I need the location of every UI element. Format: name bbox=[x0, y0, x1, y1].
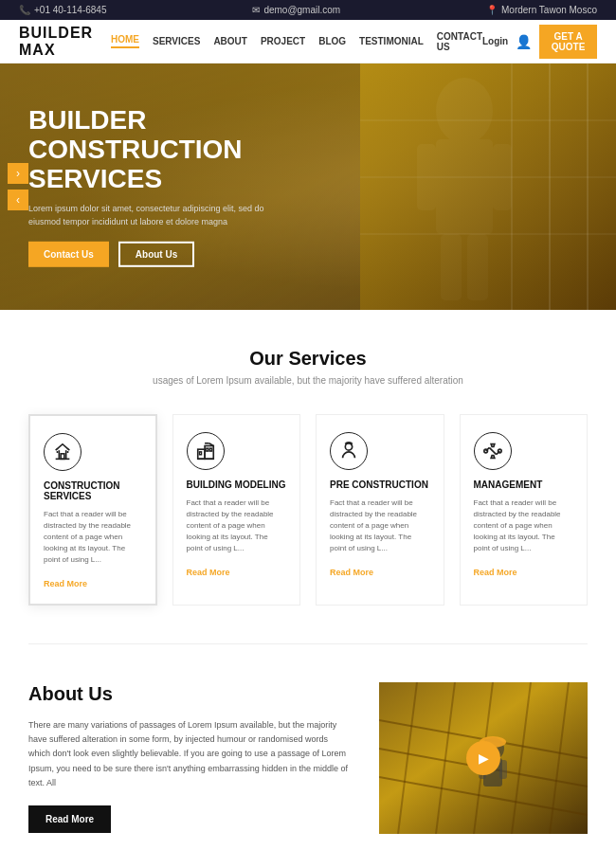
read-more-2[interactable]: Read More bbox=[187, 568, 230, 577]
site-logo: BUILDER MAX bbox=[19, 25, 111, 59]
nav-right: Login 👤 GET A QUOTE bbox=[482, 25, 597, 59]
hero-description: Lorem ipsum dolor sit amet, consectetur … bbox=[28, 203, 275, 228]
about-right: ▶ bbox=[379, 682, 588, 834]
service-title-2: BUILDING MODELING bbox=[187, 479, 287, 490]
top-bar: 📞 +01 40-114-6845 ✉ demo@gmail.com 📍 Mor… bbox=[0, 0, 616, 20]
about-image: ▶ bbox=[379, 682, 588, 834]
service-card-building: BUILDING MODELING Fact that a reader wil… bbox=[172, 414, 301, 606]
nav-services[interactable]: SERVICES bbox=[153, 36, 200, 46]
nav-links: HOME SERVICES ABOUT PROJECT BLOG TESTIMO… bbox=[111, 31, 482, 52]
services-grid: CONSTRUCTION SERVICES Fact that a reader… bbox=[28, 414, 588, 606]
svg-line-32 bbox=[489, 447, 496, 454]
user-icon: 👤 bbox=[516, 34, 532, 49]
hero-arrows: › ‹ bbox=[8, 163, 28, 210]
person-bg-svg bbox=[360, 63, 616, 310]
services-subtitle: usages of Lorem Ipsum available, but the… bbox=[28, 375, 588, 386]
play-button[interactable]: ▶ bbox=[466, 741, 500, 775]
nav-contact[interactable]: CONTACT US bbox=[437, 31, 482, 52]
location-text: Mordern Tawon Mosco bbox=[501, 5, 597, 15]
svg-rect-17 bbox=[61, 454, 64, 460]
construction-icon bbox=[44, 433, 82, 471]
nav-testimonial[interactable]: TESTIMONIAL bbox=[359, 36, 424, 46]
read-more-3[interactable]: Read More bbox=[330, 568, 373, 577]
service-desc-1: Fact that a reader will be distracted by… bbox=[44, 509, 142, 566]
svg-rect-48 bbox=[499, 760, 507, 779]
service-card-preconstruction: PRE CONSTRUCTION Fact that a reader will… bbox=[316, 414, 444, 606]
about-description: There are many variations of passages of… bbox=[28, 718, 351, 790]
login-link[interactable]: Login bbox=[482, 36, 508, 46]
read-more-4[interactable]: Read More bbox=[474, 568, 517, 577]
email-address: demo@gmail.com bbox=[263, 5, 340, 15]
management-icon bbox=[474, 432, 512, 470]
read-more-1[interactable]: Read More bbox=[44, 579, 87, 588]
arrow-right[interactable]: › bbox=[8, 163, 28, 184]
contact-button[interactable]: Contact Us bbox=[28, 242, 109, 267]
arrow-left[interactable]: ‹ bbox=[8, 190, 28, 210]
phone-info: 📞 +01 40-114-6845 bbox=[19, 5, 106, 15]
hero-heading: BUILDER CONSTRUCTION SERVICES bbox=[28, 106, 275, 193]
service-desc-2: Fact that a reader will be distracted by… bbox=[187, 497, 287, 554]
svg-point-35 bbox=[498, 449, 501, 453]
hero-person-area bbox=[360, 63, 616, 310]
nav-blog[interactable]: BLOG bbox=[318, 36, 346, 46]
service-desc-3: Fact that a reader will be distracted by… bbox=[330, 497, 430, 554]
svg-rect-25 bbox=[209, 448, 211, 451]
navbar: BUILDER MAX HOME SERVICES ABOUT PROJECT … bbox=[0, 20, 616, 63]
about-readmore-button[interactable]: Read More bbox=[28, 805, 111, 833]
building-icon bbox=[187, 432, 225, 470]
phone-icon: 📞 bbox=[19, 5, 30, 15]
service-card-construction: CONSTRUCTION SERVICES Fact that a reader… bbox=[28, 414, 157, 606]
svg-rect-23 bbox=[199, 452, 201, 455]
svg-rect-24 bbox=[206, 448, 208, 451]
hero-content: BUILDER CONSTRUCTION SERVICES Lorem ipsu… bbox=[28, 106, 275, 267]
svg-rect-7 bbox=[360, 63, 616, 310]
location-icon: 📍 bbox=[486, 5, 498, 15]
about-section: About Us There are many variations of pa… bbox=[0, 644, 616, 850]
nav-home[interactable]: HOME bbox=[111, 34, 139, 48]
services-section: Our Services usages of Lorem Ipsum avail… bbox=[0, 310, 616, 643]
quote-button[interactable]: GET A QUOTE bbox=[539, 25, 597, 59]
hero-buttons: Contact Us About Us bbox=[28, 242, 275, 267]
phone-number: +01 40-114-6845 bbox=[34, 5, 106, 15]
email-info: ✉ demo@gmail.com bbox=[252, 5, 340, 15]
service-title-4: MANAGEMENT bbox=[474, 479, 574, 490]
location-info: 📍 Mordern Tawon Mosco bbox=[486, 5, 597, 15]
preconstruction-icon bbox=[330, 432, 368, 470]
about-button[interactable]: About Us bbox=[118, 242, 194, 267]
services-title: Our Services bbox=[28, 348, 588, 370]
service-desc-4: Fact that a reader will be distracted by… bbox=[474, 497, 574, 554]
service-title-3: PRE CONSTRUCTION bbox=[330, 479, 430, 490]
service-card-management: MANAGEMENT Fact that a reader will be di… bbox=[460, 414, 589, 606]
email-icon: ✉ bbox=[252, 5, 260, 15]
about-title: About Us bbox=[28, 683, 351, 705]
nav-about[interactable]: ABOUT bbox=[213, 36, 247, 46]
nav-project[interactable]: PROJECT bbox=[261, 36, 305, 46]
service-title-1: CONSTRUCTION SERVICES bbox=[44, 480, 142, 501]
about-left: About Us There are many variations of pa… bbox=[28, 683, 351, 833]
hero-section: › ‹ BUILDER CONSTRUCTION SERVICES Lorem … bbox=[0, 63, 616, 310]
